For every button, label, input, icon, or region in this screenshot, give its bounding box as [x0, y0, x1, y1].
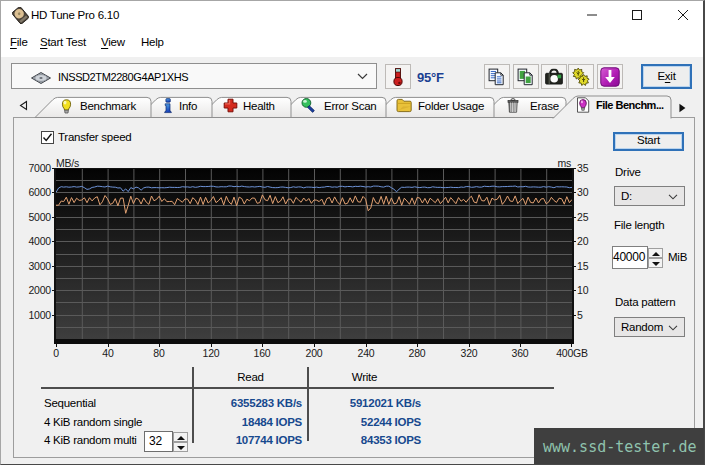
- result-write-value: 5912021 KB/s: [308, 397, 421, 409]
- tab-error-scan[interactable]: Error Scan: [324, 100, 376, 112]
- thread-count-spinner: [173, 432, 188, 452]
- x-tick-label: 200: [294, 347, 334, 359]
- triangle-down-icon: [177, 446, 185, 450]
- folder-usage-tab-folder-icon: [396, 98, 412, 113]
- y-left-tick-label: 4000: [11, 235, 51, 247]
- y-right-axis-unit: ms: [531, 157, 571, 169]
- result-read-value: 6355283 KB/s: [193, 397, 302, 409]
- result-row-label: 4 KiB random single: [44, 416, 142, 428]
- x-tick-label: 80: [139, 347, 179, 359]
- tab-strip: Benchmark Info Health Error Scan Folder …: [1, 95, 703, 119]
- y-right-tick-label: 20: [577, 235, 588, 247]
- info-tab-icon: [163, 98, 173, 114]
- x-tick-label: 120: [191, 347, 231, 359]
- data-pattern-value: Random: [621, 321, 663, 333]
- y-left-axis-unit: MB/s: [56, 157, 79, 169]
- tab-info[interactable]: Info: [179, 100, 197, 112]
- spin-up-button[interactable]: [173, 432, 188, 442]
- x-tick-label: 360: [500, 347, 540, 359]
- chart-gridlines: [56, 168, 572, 339]
- y-left-tick-label: 5000: [11, 211, 51, 223]
- x-tick-label: 320: [449, 347, 489, 359]
- x-tick-label: 0: [36, 347, 76, 359]
- chart-canvas: [1, 1, 705, 465]
- drive-dropdown[interactable]: D:: [614, 186, 685, 206]
- triangle-up-icon: [177, 436, 185, 440]
- result-write-value: 84353 IOPS: [308, 434, 421, 446]
- y-left-tick-label: 7000: [11, 162, 51, 174]
- data-pattern-dropdown[interactable]: Random: [614, 317, 685, 337]
- file-length-unit: MiB: [668, 251, 687, 263]
- results-write-header: Write: [308, 371, 421, 383]
- chevron-down-icon: [668, 194, 678, 200]
- result-row-label: Sequential: [44, 397, 96, 409]
- y-right-tick-label: 10: [577, 284, 588, 296]
- tab-benchmark[interactable]: Benchmark: [80, 100, 136, 112]
- tab-erase[interactable]: Erase: [530, 100, 559, 112]
- x-end-tick-label: 400GB: [552, 347, 592, 359]
- y-right-tick-label: 30: [577, 186, 588, 198]
- file-length-input[interactable]: 40000: [612, 246, 648, 269]
- health-tab-cross-icon: [223, 98, 238, 113]
- result-row-label: 4 KiB random multi: [44, 434, 137, 446]
- drive-value: D:: [621, 190, 632, 202]
- file-benchmark-tab-icon: [576, 97, 590, 113]
- results-header-rule: [41, 387, 554, 389]
- x-tick-label: 160: [242, 347, 282, 359]
- spin-down-button[interactable]: [648, 258, 663, 268]
- results-read-header: Read: [193, 371, 308, 383]
- file-length-label: File length: [614, 219, 664, 231]
- x-tick-label: 280: [397, 347, 437, 359]
- app-window: HD Tune Pro 6.10 File Start Test View He…: [0, 0, 705, 465]
- y-left-tick-label: 2000: [11, 284, 51, 296]
- x-tick-label: 40: [88, 347, 128, 359]
- triangle-down-icon: [652, 262, 660, 266]
- benchmark-tab-bulb-icon: [60, 99, 73, 114]
- tab-health[interactable]: Health: [243, 100, 275, 112]
- drive-label: Drive: [615, 166, 641, 178]
- tab-file-benchmark[interactable]: File Benchm...: [596, 99, 664, 111]
- y-right-tick-label: 25: [577, 211, 588, 223]
- error-scan-tab-magnifier-icon: [301, 98, 316, 113]
- y-right-tick-label: 35: [577, 162, 588, 174]
- y-left-tick-label: 3000: [11, 260, 51, 272]
- y-right-tick-label: 5: [577, 309, 583, 321]
- tab-scroll-left-button[interactable]: [15, 98, 33, 113]
- thread-count-input[interactable]: 32: [144, 431, 173, 452]
- erase-tab-trash-icon: [506, 98, 520, 113]
- result-read-value: 107744 IOPS: [193, 434, 302, 446]
- data-pattern-label: Data pattern: [615, 296, 675, 308]
- tab-folder-usage[interactable]: Folder Usage: [418, 100, 484, 112]
- result-read-value: 18484 IOPS: [193, 416, 302, 428]
- chevron-down-icon: [668, 325, 678, 331]
- triangle-up-icon: [652, 252, 660, 256]
- tab-scroll-right-button[interactable]: [676, 103, 688, 113]
- y-right-tick-label: 15: [577, 260, 588, 272]
- spin-up-button[interactable]: [648, 248, 663, 258]
- watermark-text: www.ssd-tester.de: [543, 438, 697, 456]
- y-left-tick-label: 1000: [11, 309, 51, 321]
- result-write-value: 52244 IOPS: [308, 416, 421, 428]
- spin-down-button[interactable]: [173, 442, 188, 452]
- file-length-spinner: [648, 248, 663, 269]
- x-tick-label: 240: [346, 347, 386, 359]
- start-button[interactable]: Start: [613, 132, 684, 151]
- watermark: www.ssd-tester.de: [534, 428, 704, 464]
- y-left-tick-label: 6000: [11, 186, 51, 198]
